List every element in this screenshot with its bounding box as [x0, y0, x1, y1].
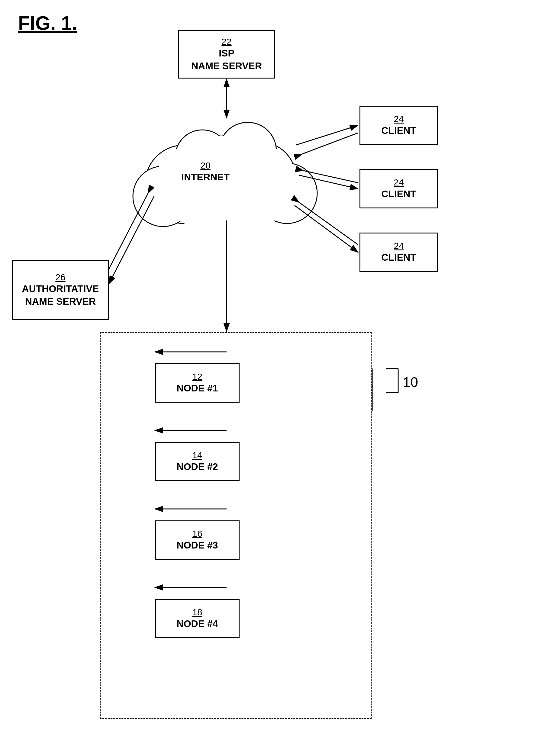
internet-label: 20 INTERNET [181, 160, 230, 183]
node1-box: 12 NODE #1 [155, 363, 239, 403]
svg-point-4 [133, 166, 193, 227]
container-number: 10 [403, 374, 418, 390]
internet-client3-arrow [295, 205, 358, 252]
node4-number: 18 [192, 607, 202, 618]
auth-internet-arrow [103, 193, 148, 281]
client1-box: 24 CLIENT [359, 106, 438, 145]
auth-number: 26 [55, 272, 65, 283]
client1-label: CLIENT [381, 125, 416, 137]
client2-internet-arrow [304, 171, 358, 183]
isp-nameserver-box: 22 ISPNAME SERVER [178, 30, 275, 78]
client2-box: 24 CLIENT [359, 169, 438, 209]
node3-number: 16 [192, 528, 202, 539]
node4-box: 18 NODE #4 [155, 599, 239, 638]
internet-text: INTERNET [181, 172, 230, 182]
node1-label: NODE #1 [177, 382, 218, 395]
svg-point-1 [190, 136, 257, 202]
svg-point-5 [175, 130, 230, 184]
auth-label: AUTHORITATIVENAME SERVER [22, 283, 99, 308]
nodes-container: 12 NODE #1 14 NODE #2 16 NODE #3 18 NODE… [100, 332, 372, 719]
client1-number: 24 [394, 114, 404, 125]
client3-number: 24 [394, 240, 404, 251]
client2-label: CLIENT [381, 188, 416, 201]
node3-label: NODE #3 [177, 539, 218, 552]
node3-box: 16 NODE #3 [155, 520, 239, 560]
internet-client1-arrow [296, 126, 358, 145]
isp-label: ISPNAME SERVER [191, 47, 262, 72]
client3-label: CLIENT [381, 251, 416, 264]
auth-nameserver-box: 26 AUTHORITATIVENAME SERVER [12, 260, 109, 320]
client3-internet-arrow [299, 202, 358, 245]
internet-cloud-shape [133, 122, 317, 233]
client2-number: 24 [394, 177, 404, 188]
isp-number: 22 [221, 36, 231, 47]
diagram-container: FIG. 1. [0, 0, 535, 756]
svg-point-0 [145, 145, 224, 224]
internet-client2-arrow [299, 175, 358, 189]
svg-point-2 [224, 142, 296, 214]
node4-label: NODE #4 [177, 618, 218, 630]
client3-box: 24 CLIENT [359, 233, 438, 272]
figure-title: FIG. 1. [18, 12, 77, 35]
node2-number: 14 [192, 450, 202, 461]
container-number-label: 10 [383, 365, 419, 399]
internet-number: 20 [200, 160, 210, 170]
node2-label: NODE #2 [177, 461, 218, 473]
svg-point-7 [154, 136, 299, 233]
node2-box: 14 NODE #2 [155, 442, 239, 481]
svg-point-3 [257, 163, 317, 224]
svg-point-6 [219, 122, 276, 180]
internet-auth-arrow [109, 196, 154, 284]
client1-internet-arrow [302, 133, 358, 154]
node1-number: 12 [192, 371, 202, 382]
